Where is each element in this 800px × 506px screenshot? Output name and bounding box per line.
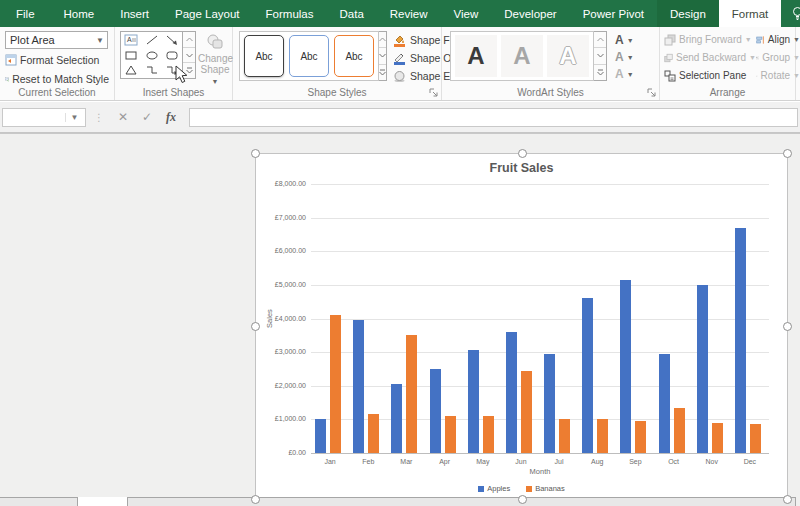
bar-apples-aug[interactable] xyxy=(582,298,593,453)
reset-to-match-style-button[interactable]: Reset to Match Style xyxy=(5,70,109,87)
tab-developer[interactable]: Developer xyxy=(491,0,569,27)
bar-bananas-jul[interactable] xyxy=(559,419,570,453)
style-scroll-up-button[interactable] xyxy=(379,32,386,48)
rotate-button[interactable]: Rotate▼ xyxy=(756,68,800,83)
cancel-button[interactable]: ✕ xyxy=(111,108,135,127)
x-axis-title[interactable]: Month xyxy=(311,467,769,476)
group-label-current-selection: Current Selection xyxy=(0,87,114,98)
send-backward-button[interactable]: Send Backward▼ xyxy=(664,50,756,65)
bar-bananas-nov[interactable] xyxy=(712,423,723,453)
bar-apples-dec[interactable] xyxy=(735,228,746,453)
style-more-button[interactable] xyxy=(379,65,386,80)
chart-handle-top-left[interactable] xyxy=(251,149,260,158)
name-box[interactable]: ▼ xyxy=(2,108,86,127)
scroll-down-icon xyxy=(597,53,604,58)
bar-bananas-sep[interactable] xyxy=(635,421,646,453)
tab-home[interactable]: Home xyxy=(51,0,108,27)
bar-bananas-may[interactable] xyxy=(483,416,494,453)
shape-rectangle[interactable] xyxy=(121,47,141,62)
worksheet[interactable]: Fruit Sales £0.00£1,000.00£2,000.00£3,00… xyxy=(0,133,800,506)
bar-apples-apr[interactable] xyxy=(430,369,441,453)
bar-bananas-mar[interactable] xyxy=(406,335,417,453)
bar-apples-jul[interactable] xyxy=(544,354,555,453)
tab-power-pivot[interactable]: Power Pivot xyxy=(570,0,657,27)
tab-file[interactable]: File xyxy=(0,0,51,27)
chart-handle-middle-left[interactable] xyxy=(251,322,260,331)
shape-style-2[interactable]: Abc xyxy=(289,35,329,77)
bar-apples-sep[interactable] xyxy=(620,280,631,453)
chart-legend[interactable]: ApplesBananas xyxy=(256,484,787,493)
shape-oval[interactable] xyxy=(141,47,161,62)
text-fill-button[interactable]: A▼ xyxy=(615,33,634,47)
wordart-style-1[interactable]: A xyxy=(455,35,497,77)
bar-bananas-dec[interactable] xyxy=(750,424,761,453)
wordart-style-2[interactable]: A xyxy=(501,35,543,77)
tab-review[interactable]: Review xyxy=(377,0,441,27)
shape-styles-dialog-launcher[interactable] xyxy=(428,87,439,98)
wordart-styles-dialog-launcher[interactable] xyxy=(646,87,657,98)
shape-elbow[interactable] xyxy=(141,63,161,78)
chevron-down-icon[interactable]: ▼ xyxy=(93,36,107,45)
chart-handle-middle-right[interactable] xyxy=(783,322,792,331)
bar-apples-oct[interactable] xyxy=(659,354,670,453)
bring-forward-button[interactable]: Bring Forward▼ xyxy=(664,32,756,47)
bar-apples-nov[interactable] xyxy=(697,285,708,453)
chart-title[interactable]: Fruit Sales xyxy=(256,161,787,175)
scroll-up-icon xyxy=(186,37,193,42)
gallery-scroll-up-button[interactable] xyxy=(183,32,195,48)
tab-insert[interactable]: Insert xyxy=(107,0,162,27)
tell-me-box[interactable]: Tell me what you want to do xyxy=(781,0,800,27)
shape-style-1[interactable]: Abc xyxy=(244,35,284,77)
formula-input[interactable] xyxy=(190,110,797,127)
style-scroll-down-button[interactable] xyxy=(379,48,386,64)
chart-handle-top-right[interactable] xyxy=(783,149,792,158)
bar-bananas-oct[interactable] xyxy=(674,408,685,453)
wordart-more-button[interactable] xyxy=(594,65,606,80)
group-button[interactable]: Group▼ xyxy=(756,50,800,65)
wordart-style-3[interactable]: A xyxy=(547,35,589,77)
legend-item-apples[interactable]: Apples xyxy=(478,484,510,493)
bar-bananas-feb[interactable] xyxy=(368,414,379,453)
bar-apples-feb[interactable] xyxy=(353,320,364,453)
bar-apples-mar[interactable] xyxy=(391,384,402,453)
insert-function-button[interactable]: fx xyxy=(159,108,183,127)
wordart-scroll-up-button[interactable] xyxy=(594,32,606,48)
tab-data[interactable]: Data xyxy=(327,0,377,27)
tab-formulas[interactable]: Formulas xyxy=(253,0,327,27)
text-outline-button[interactable]: A▼ xyxy=(615,50,634,64)
selection-pane-button[interactable]: Selection Pane xyxy=(664,68,756,83)
bar-bananas-jan[interactable] xyxy=(330,315,341,453)
tab-design[interactable]: Design xyxy=(657,0,719,27)
bar-bananas-aug[interactable] xyxy=(597,419,608,453)
name-box-input[interactable] xyxy=(3,111,65,123)
bar-bananas-jun[interactable] xyxy=(521,371,532,453)
text-effects-button[interactable]: A▼ xyxy=(615,67,634,81)
align-button[interactable]: Align▼ xyxy=(756,32,800,47)
format-selection-button[interactable]: Format Selection xyxy=(5,51,109,68)
chart-handle-bottom-right[interactable] xyxy=(783,495,792,504)
wordart-scroll-down-button[interactable] xyxy=(594,48,606,64)
y-axis-title[interactable]: Sales xyxy=(265,299,274,339)
enter-button[interactable]: ✓ xyxy=(135,108,159,127)
shape-line[interactable] xyxy=(141,32,161,47)
shape-arrow[interactable] xyxy=(162,32,182,47)
bar-apples-may[interactable] xyxy=(468,350,479,453)
legend-item-bananas[interactable]: Bananas xyxy=(526,484,565,493)
chart-element-selector[interactable]: Plot Area ▼ xyxy=(5,31,108,49)
tab-format[interactable]: Format xyxy=(719,0,781,27)
shape-triangle[interactable] xyxy=(121,63,141,78)
chart-handle-bottom-left[interactable] xyxy=(251,495,260,504)
shape-textbox[interactable]: A xyxy=(121,32,141,47)
chart-object[interactable]: Fruit Sales £0.00£1,000.00£2,000.00£3,00… xyxy=(255,153,788,500)
tab-page-layout[interactable]: Page Layout xyxy=(162,0,253,27)
bar-apples-jun[interactable] xyxy=(506,332,517,453)
chart-handle-top-center[interactable] xyxy=(518,149,527,158)
shape-rounded-rectangle[interactable] xyxy=(162,47,182,62)
name-box-dropdown-icon[interactable]: ▼ xyxy=(65,113,83,122)
chart-handle-bottom-center[interactable] xyxy=(518,495,527,504)
tab-view[interactable]: View xyxy=(441,0,492,27)
bar-bananas-apr[interactable] xyxy=(445,416,456,453)
gallery-scroll-down-button[interactable] xyxy=(183,48,195,64)
shape-style-3[interactable]: Abc xyxy=(334,35,374,77)
bar-apples-jan[interactable] xyxy=(315,419,326,453)
